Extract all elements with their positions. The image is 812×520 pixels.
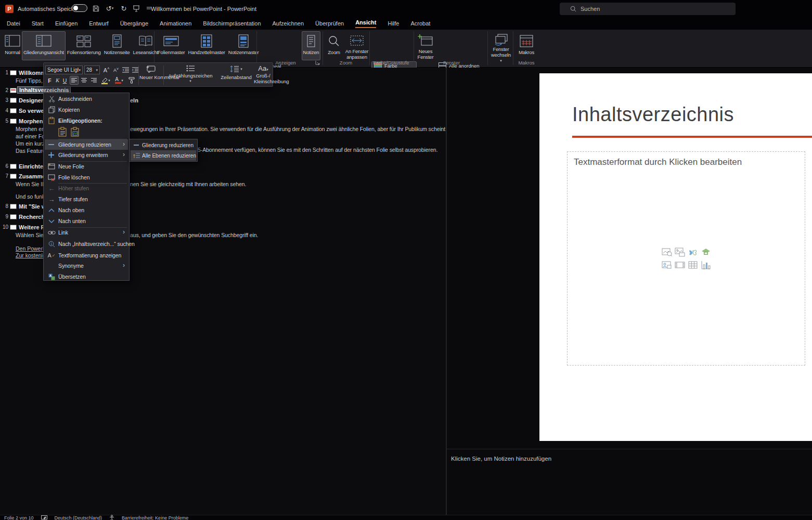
notes-pane[interactable]: Klicken Sie, um Notizen hinzuzufügen [447, 449, 812, 515]
slide-thumbnail-icon[interactable] [10, 204, 17, 209]
menu-item-suchen[interactable]: Nach „Inhaltsverzeich...“ suchen [45, 239, 128, 249]
menu-item-ausschneiden[interactable]: Ausschneiden [45, 94, 128, 104]
slide-master-button[interactable]: Folienmaster [156, 31, 187, 60]
menu-item-synonyme[interactable]: Synonyme› [45, 261, 128, 271]
stock-images-icon[interactable] [662, 247, 672, 257]
outline-hyperlink[interactable]: Zur kostenlo [16, 252, 46, 258]
outline-text-fragment[interactable]: 5-Abonnement verfügen, können Sie es mit… [198, 147, 437, 153]
slide-canvas[interactable]: Inhaltsverzeichnis Textmasterformat durc… [539, 73, 812, 441]
slide-thumbnail-icon[interactable] [10, 88, 17, 93]
slide-thumbnail-icon[interactable] [10, 119, 17, 124]
tab-animationen[interactable]: Animationen [154, 17, 197, 30]
outline-body-text[interactable]: Das Feature [16, 148, 46, 154]
chart-icon[interactable] [701, 260, 711, 270]
highlight-color-icon[interactable]: ▾ [100, 76, 111, 85]
menu-item-gliederung-reduzieren[interactable]: Gliederung reduzieren› [45, 139, 128, 150]
zoom-button[interactable]: Zoom [325, 31, 343, 60]
tab-uebergaenge[interactable]: Übergänge [114, 17, 154, 30]
cameo-icon[interactable] [662, 260, 672, 270]
slide-thumbnail-icon[interactable] [10, 164, 17, 169]
language-indicator[interactable]: Deutsch (Deutschland) [55, 515, 102, 520]
outline-body-text[interactable]: Um ein kurz [16, 140, 45, 147]
decrease-font-icon[interactable]: A˅ [112, 66, 120, 74]
align-right-icon[interactable] [89, 76, 98, 85]
slide-counter[interactable]: Folie 2 von 10 [4, 515, 34, 520]
outline-body-text[interactable]: auf einer Fo [16, 133, 45, 139]
redo-icon[interactable]: ↻ [118, 3, 130, 14]
menu-item-uebersetzen[interactable]: Übersetzen [45, 271, 128, 282]
macros-button[interactable]: Makros [515, 31, 538, 60]
outline-title-fragment[interactable]: eln [130, 97, 138, 103]
dialog-launcher-icon[interactable] [315, 60, 320, 66]
search-box[interactable]: Suchen [560, 3, 736, 15]
submenu-item-alle-ebenen-reduzieren[interactable]: Alle Ebenen reduzieren [131, 150, 196, 161]
accessibility-icon[interactable] [109, 515, 114, 520]
increase-font-icon[interactable]: A˄ [102, 66, 111, 74]
slide-thumbnail-icon[interactable] [10, 214, 17, 219]
paste-keep-source-icon[interactable] [58, 127, 67, 137]
video-icon[interactable] [675, 260, 685, 270]
pictures-icon[interactable] [675, 247, 685, 257]
menu-item-nach-oben[interactable]: Nach oben [45, 205, 128, 215]
tab-einfuegen[interactable]: Einfügen [49, 17, 83, 30]
align-left-icon[interactable] [70, 76, 79, 85]
reading-view-button[interactable]: Leseansicht [132, 31, 160, 60]
outline-body-text[interactable]: Morphen er [16, 126, 44, 132]
menu-item-kopieren[interactable]: Kopieren [45, 105, 128, 115]
font-name-dropdown[interactable]: Segoe UI Light (▾ [45, 66, 83, 74]
decrease-indent-icon[interactable] [121, 66, 130, 74]
tab-aufzeichnen[interactable]: Aufzeichnen [267, 17, 310, 30]
font-color-icon[interactable]: A▾ [113, 76, 125, 85]
align-center-icon[interactable] [80, 76, 88, 85]
notes-placeholder[interactable]: Klicken Sie, um Notizen hinzuzufügen [451, 456, 551, 462]
accessibility-status[interactable]: Barrierefreiheit: Keine Probleme [122, 515, 188, 520]
tab-bildschirmpraesentation[interactable]: Bildschirmpräsentation [197, 17, 266, 30]
tab-acrobat[interactable]: Acrobat [405, 17, 436, 30]
outline-hyperlink[interactable]: Den PowerP [16, 245, 46, 252]
outline-slide-title[interactable]: Einrichten [19, 163, 47, 170]
autosave-toggle[interactable] [72, 4, 87, 12]
notes-toggle-button[interactable]: Notizen [302, 31, 320, 60]
line-spacing-button[interactable]: ▾ Zeilenabstand [220, 65, 253, 80]
new-comment-button[interactable]: Neuer Kommentar [139, 65, 162, 80]
outline-body-text[interactable]: Wenn Sie Ih [16, 181, 45, 187]
menu-item-tiefer-stufen[interactable]: → Tiefer stufen [45, 194, 128, 204]
menu-item-link[interactable]: Link› [45, 227, 128, 238]
slide-title[interactable]: Inhaltsverzeichnis [572, 103, 734, 126]
submenu-item-gliederung-reduzieren[interactable]: Gliederung reduzieren [131, 140, 196, 150]
slide-sorter-button[interactable]: Foliensortierung [66, 31, 102, 60]
outline-text-fragment[interactable]: ewegungen in Ihrer Präsentation. Sie ver… [130, 126, 446, 132]
menu-item-neue-folie[interactable]: Neue Folie [45, 161, 128, 172]
slide-thumbnail-icon[interactable] [10, 225, 17, 230]
paste-picture-icon[interactable] [71, 127, 80, 137]
save-icon[interactable] [89, 3, 102, 14]
tab-entwurf[interactable]: Entwurf [83, 17, 114, 30]
notes-page-button[interactable]: Notizenseite [102, 31, 132, 60]
fit-to-window-button[interactable]: An Fenster anpassen [343, 31, 370, 60]
underline-icon[interactable]: U [61, 76, 68, 85]
slide-thumbnail-icon[interactable] [10, 174, 17, 179]
table-icon[interactable] [688, 260, 698, 270]
outline-body-text[interactable]: Fünf Tipps, [16, 77, 43, 84]
icons-icon[interactable] [688, 247, 698, 257]
italic-icon[interactable]: K [54, 76, 61, 85]
slide-thumbnail-icon[interactable] [10, 98, 17, 103]
outline-slide-title[interactable]: Morphen [19, 118, 43, 124]
content-placeholder[interactable]: Textmasterformat durch Klicken bearbeite… [567, 151, 805, 366]
bullets-button[interactable]: Aufzählungszeichen ▾ [164, 65, 216, 83]
tab-hilfe[interactable]: Hilfe [382, 17, 405, 30]
outline-view-button[interactable]: Gliederungsansicht [22, 31, 66, 60]
outline-text-fragment[interactable]: aus, und geben Sie den gewünschten Suchb… [130, 232, 258, 238]
outline-body-text[interactable]: Und so funk [16, 193, 45, 200]
tab-start[interactable]: Start [26, 17, 49, 30]
outline-text-fragment[interactable]: nen Sie sie gleichzeitig mit Ihnen arbei… [130, 181, 246, 187]
menu-item-folie-loeschen[interactable]: Folie löschen [45, 172, 128, 183]
slideshow-icon[interactable] [130, 3, 143, 14]
normal-view-button[interactable]: Normal [3, 31, 22, 60]
change-case-button[interactable]: Aa▾ Groß-/ Kleinschreibung [254, 64, 273, 84]
switch-window-button[interactable]: Fenster wechseln ▾ [489, 31, 513, 60]
notes-master-button[interactable]: Notizenmaster [227, 31, 261, 60]
tab-datei[interactable]: Datei [1, 17, 26, 30]
bold-icon[interactable]: F [46, 76, 53, 85]
font-size-dropdown[interactable]: 28▾ [84, 66, 100, 74]
